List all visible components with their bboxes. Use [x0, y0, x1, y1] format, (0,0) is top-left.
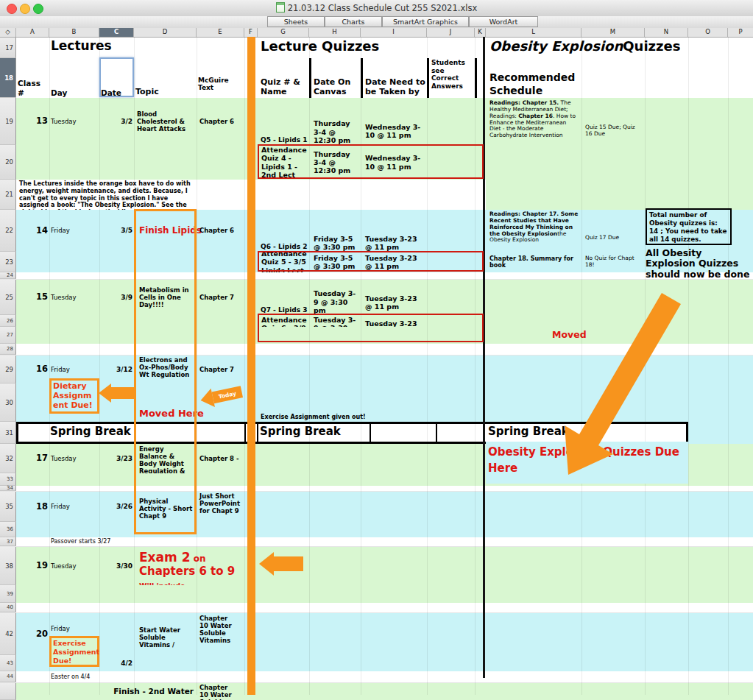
cell-readings[interactable]: Readings: Chapter 15. The Healthy Medite…: [488, 98, 581, 145]
cell-hdr-recommended[interactable]: Recommended Schedule: [488, 58, 606, 98]
cell-quiz[interactable]: Q7 - Lipids 3: [259, 280, 309, 315]
cell-hdr-date-canvas[interactable]: Date On Canvas: [312, 58, 359, 98]
cell-lecture-quizzes-title[interactable]: Lecture Quizzes: [259, 38, 480, 58]
cell-class-13[interactable]: 13: [16, 98, 49, 145]
cell-day[interactable]: Friday: [49, 210, 99, 252]
cell-topic[interactable]: Blood Cholesterol & Heart Attacks: [135, 98, 197, 145]
cell-taken-date[interactable]: Wednesday 3-10 @ 11 pm: [364, 98, 427, 145]
col-header-b[interactable]: B: [49, 28, 99, 37]
cell-canvas-date[interactable]: Tuesday 3-9 @ 3:30 pm: [312, 280, 359, 315]
cell-topic[interactable]: Start Water Soluble Vitamins /: [138, 613, 195, 655]
cell-hdr-date-taken[interactable]: Date Need to be Taken by: [364, 58, 427, 98]
cell-date[interactable]: 3/5: [99, 210, 134, 252]
row-header-37[interactable]: 37: [0, 537, 16, 546]
row-header-34[interactable]: 34: [0, 486, 16, 491]
row-header-32[interactable]: 32: [0, 444, 16, 473]
cell-day[interactable]: Tuesday: [49, 547, 99, 585]
toolbar-tab-smartart[interactable]: SmartArt Graphics: [382, 16, 469, 27]
row-header-42[interactable]: 42: [0, 613, 16, 655]
row-header-25[interactable]: 25: [0, 280, 16, 315]
cell-quiz-due[interactable]: Quiz 17 Due: [584, 210, 643, 252]
cell-quiz[interactable]: Q5 - Lipids 1: [259, 98, 309, 145]
col-header-j[interactable]: J: [427, 28, 475, 37]
row-header-30[interactable]: 30: [0, 383, 16, 422]
cell-class-18[interactable]: 18: [16, 492, 49, 522]
row-header-31[interactable]: 31: [0, 422, 16, 444]
row-header-27[interactable]: 27: [0, 327, 16, 344]
cell-canvas-date[interactable]: Thursday 3-4 @ 12:30 pm: [312, 98, 359, 145]
row-header-36[interactable]: 36: [0, 522, 16, 537]
cell-text[interactable]: Just Short PowerPoint for Chapt 9: [198, 492, 244, 522]
col-header-l[interactable]: L: [486, 28, 581, 37]
row-header-29[interactable]: 29: [0, 356, 16, 383]
spring-break-label-left[interactable]: Spring Break: [50, 425, 131, 438]
cell-class-16[interactable]: 16: [16, 356, 49, 383]
cell-text[interactable]: Chapter 7: [198, 356, 244, 383]
cell-exercise-given[interactable]: Exercise Assignment given out!: [259, 383, 406, 422]
toolbar-tab-charts[interactable]: Charts: [325, 16, 382, 27]
cell-text[interactable]: Chapter 6: [198, 210, 244, 252]
cell-orange-box-note[interactable]: The Lectures inside the orange box have …: [18, 180, 198, 210]
cell-text[interactable]: Chapter 7: [198, 280, 244, 315]
row-header-28[interactable]: 28: [0, 344, 16, 355]
cell-canvas-date[interactable]: Friday 3-5 @ 3:30 pm: [312, 210, 359, 252]
cell-day[interactable]: Tuesday: [49, 444, 99, 473]
cell-quiz[interactable]: Q6 - Lipids 2: [259, 210, 309, 252]
cell-class-20[interactable]: 20: [16, 613, 49, 655]
cell-text[interactable]: Chapter 6: [198, 98, 244, 145]
col-header-a[interactable]: A: [16, 28, 49, 37]
row-header-33[interactable]: 33: [0, 473, 16, 486]
cell-text[interactable]: Chapter 10 Water Soluble Vitamins: [198, 613, 238, 655]
row-header-18[interactable]: 18: [0, 58, 16, 98]
col-header-i[interactable]: I: [361, 28, 427, 37]
cell-no-quiz[interactable]: No Quiz for Chapt 18!: [584, 252, 643, 272]
col-header-e[interactable]: E: [197, 28, 244, 37]
row-header-24[interactable]: 24: [0, 272, 16, 279]
col-header-p[interactable]: P: [728, 28, 753, 37]
row-header-44[interactable]: 44: [0, 671, 16, 682]
cell-date[interactable]: 3/26: [99, 492, 134, 522]
cell-day[interactable]: Tuesday: [49, 98, 99, 145]
cell-all-quizzes-done[interactable]: All Obesity Explosion Quizzes should now…: [646, 248, 753, 280]
col-header-g[interactable]: G: [258, 28, 309, 37]
col-header-h[interactable]: H: [309, 28, 361, 37]
cell-date[interactable]: 3/30: [99, 547, 134, 585]
row-header-22[interactable]: 22: [0, 210, 16, 252]
cell-topic[interactable]: Finish - 2nd Water: [108, 683, 195, 700]
row-header-21[interactable]: 21: [0, 180, 16, 210]
cell-date[interactable]: 3/23: [99, 444, 134, 473]
col-header-k[interactable]: K: [475, 28, 486, 37]
row-header-43[interactable]: 43: [0, 655, 16, 671]
row-header-23[interactable]: 23: [0, 252, 16, 272]
cell-hdr-students-see[interactable]: Students see Correct Answers: [430, 58, 475, 98]
row-header-19[interactable]: 19: [0, 98, 16, 145]
toolbar-tab-wordart[interactable]: WordArt: [469, 16, 538, 27]
cell-date[interactable]: 3/12: [99, 356, 134, 383]
col-header-d[interactable]: D: [134, 28, 197, 37]
dietary-assignment-box[interactable]: Dietary Assignment Due!: [49, 378, 99, 414]
col-header-m[interactable]: M: [581, 28, 645, 37]
cell-taken-date[interactable]: Tuesday 3-23 @ 11 pm: [364, 280, 427, 315]
cell-readings[interactable]: Readings: Chapter 17. Some Recent Studie…: [488, 210, 581, 252]
row-header-17[interactable]: 17: [0, 38, 16, 58]
cell-class-15[interactable]: 15: [16, 280, 49, 315]
exercise-assignment-box[interactable]: Exercise Assignment Due!: [49, 636, 99, 667]
cell-date-42[interactable]: 4/2: [99, 655, 134, 671]
cell-date[interactable]: 3/2: [99, 98, 134, 145]
cell-class-19[interactable]: 19: [16, 547, 49, 585]
cell-hdr-mcguire[interactable]: McGuire Text: [197, 58, 244, 98]
cell-quiz-due[interactable]: Quiz 15 Due; Quiz 16 Due: [584, 98, 643, 145]
toolbar-tab-sheets[interactable]: Sheets: [267, 16, 325, 27]
cell-passover-note[interactable]: Passover starts 3/27: [49, 537, 138, 546]
cell-day[interactable]: Friday: [49, 492, 99, 522]
col-header-c[interactable]: C: [99, 28, 134, 37]
selected-cell[interactable]: [99, 57, 134, 97]
col-header-n[interactable]: N: [645, 28, 688, 37]
spring-break-label-mid[interactable]: Spring Break: [260, 425, 341, 438]
cell-taken-date[interactable]: Tuesday 3-23 @ 11 pm: [364, 210, 427, 252]
col-header-f[interactable]: F: [244, 28, 258, 37]
row-header-26[interactable]: 26: [0, 315, 16, 327]
row-header-38[interactable]: 38: [0, 547, 16, 585]
cell-lectures-title[interactable]: Lectures: [49, 38, 241, 58]
select-all-corner[interactable]: ◇: [0, 28, 16, 37]
